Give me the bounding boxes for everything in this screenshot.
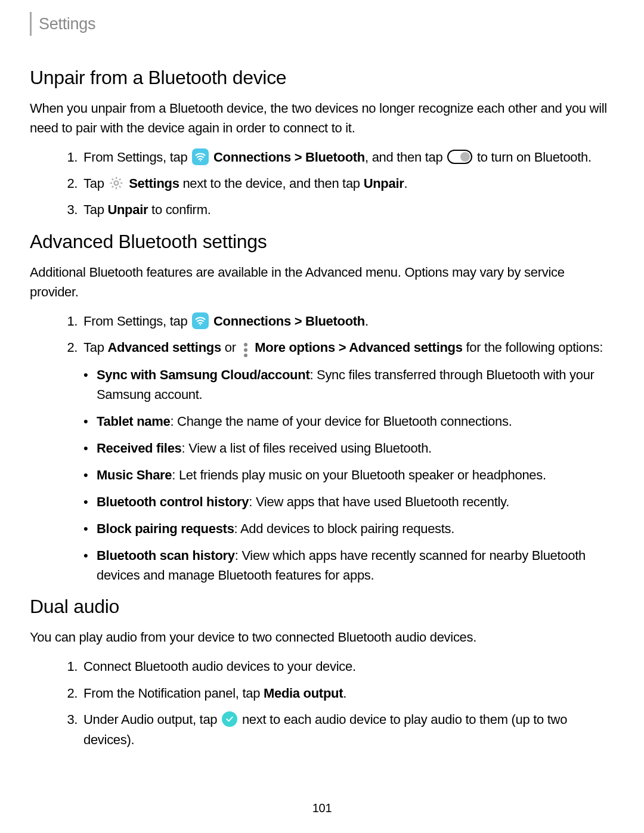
text: . — [365, 314, 369, 329]
bold-text: Connections > Bluetooth — [213, 150, 365, 165]
list-item: Bluetooth scan history: View which apps … — [83, 546, 614, 585]
text: to turn on Bluetooth. — [473, 150, 592, 165]
heading-dual-audio: Dual audio — [30, 596, 614, 618]
option-desc: : View apps that have used Bluetooth rec… — [249, 494, 509, 509]
list-item: Connect Bluetooth audio devices to your … — [81, 657, 614, 677]
bold-text: Connections > Bluetooth — [213, 314, 365, 329]
list-item: From Settings, tap Connections > Bluetoo… — [81, 147, 614, 168]
option-desc: : Change the name of your device for Blu… — [170, 414, 512, 429]
list-item: Tap Unpair to confirm. — [81, 200, 614, 220]
intro-unpair: When you unpair from a Bluetooth device,… — [30, 98, 614, 138]
intro-advanced: Additional Bluetooth features are availa… — [30, 262, 614, 302]
option-desc: : View a list of files received using Bl… — [182, 441, 432, 456]
text: From the Notification panel, tap — [83, 686, 264, 701]
more-options-icon — [242, 343, 249, 357]
text: , and then tap — [365, 150, 446, 165]
text: or — [221, 340, 240, 355]
bold-text: More options > Advanced settings — [255, 340, 462, 355]
text: to confirm. — [148, 202, 210, 217]
list-item: Tablet name: Change the name of your dev… — [83, 411, 614, 431]
option-label: Music Share — [97, 467, 172, 482]
text: . — [404, 176, 408, 191]
bold-text: Unpair — [107, 202, 148, 217]
list-item: From Settings, tap Connections > Bluetoo… — [81, 311, 614, 332]
bold-text: Settings — [129, 176, 179, 191]
toggle-icon — [447, 150, 472, 164]
option-label: Tablet name — [97, 414, 170, 429]
option-label: Sync with Samsung Cloud/account — [97, 367, 309, 382]
svg-point-2 — [200, 324, 201, 326]
list-item: Tap Advanced settings or More options > … — [81, 337, 614, 585]
list-item: Bluetooth control history: View apps tha… — [83, 492, 614, 512]
text: next to the device, and then tap — [179, 176, 364, 191]
list-item: Tap Settings next to the device, and the… — [81, 174, 614, 194]
option-desc: : Let friends play music on your Bluetoo… — [172, 467, 546, 482]
bold-text: Media output — [264, 686, 343, 701]
text: From Settings, tap — [83, 150, 191, 165]
steps-dual-audio: Connect Bluetooth audio devices to your … — [30, 657, 614, 750]
bold-text: Advanced settings — [107, 340, 221, 355]
page-number: 101 — [0, 801, 644, 815]
text: Tap — [83, 340, 107, 355]
page-header: Settings — [30, 0, 614, 60]
option-label: Bluetooth scan history — [97, 548, 235, 563]
list-item: Received files: View a list of files rec… — [83, 438, 614, 458]
option-label: Received files — [97, 441, 182, 456]
steps-advanced: From Settings, tap Connections > Bluetoo… — [30, 311, 614, 585]
gear-icon — [109, 175, 124, 191]
steps-unpair: From Settings, tap Connections > Bluetoo… — [30, 147, 614, 220]
list-item: Sync with Samsung Cloud/account: Sync fi… — [83, 365, 614, 404]
list-item: Block pairing requests: Add devices to b… — [83, 519, 614, 538]
list-item: From the Notification panel, tap Media o… — [81, 683, 614, 704]
text: Tap — [83, 202, 107, 217]
text: Under Audio output, tap — [83, 712, 221, 727]
option-label: Block pairing requests — [97, 521, 234, 536]
text: Tap — [83, 176, 107, 191]
connections-icon — [192, 312, 209, 329]
connections-icon — [192, 148, 209, 165]
text: . — [343, 686, 346, 701]
heading-unpair: Unpair from a Bluetooth device — [30, 67, 614, 89]
option-label: Bluetooth control history — [97, 494, 249, 509]
header-title: Settings — [39, 15, 95, 33]
intro-dual-audio: You can play audio from your device to t… — [30, 627, 614, 647]
svg-point-1 — [114, 181, 119, 185]
advanced-options: Sync with Samsung Cloud/account: Sync fi… — [83, 365, 614, 585]
header-rule — [30, 12, 32, 36]
option-desc: : Add devices to block pairing requests. — [234, 521, 455, 536]
heading-advanced: Advanced Bluetooth settings — [30, 231, 614, 253]
list-item: Under Audio output, tap next to each aud… — [81, 710, 614, 750]
text: From Settings, tap — [83, 314, 191, 329]
bold-text: Unpair — [364, 176, 404, 191]
check-icon — [222, 711, 237, 727]
list-item: Music Share: Let friends play music on y… — [83, 465, 614, 485]
text: for the following options: — [463, 340, 603, 355]
svg-point-0 — [200, 160, 201, 162]
